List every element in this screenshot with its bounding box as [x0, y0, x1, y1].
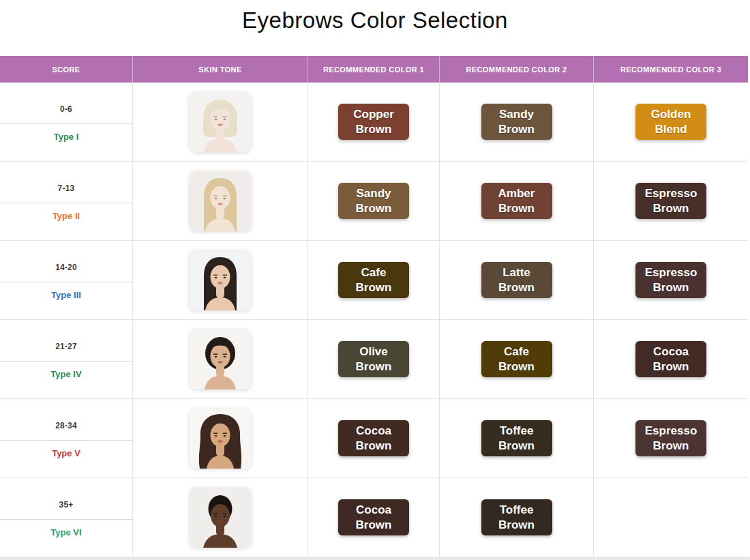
skin-tone-cell [133, 162, 308, 240]
score-cell: 14-20 Type III [0, 241, 133, 319]
table-row: 0-6 Type I Copper Brown Sandy Brown [0, 83, 748, 162]
skin-tone-photo [190, 488, 251, 548]
score-range: 0-6 [0, 83, 132, 124]
eyebrow-color-table: SCORE SKIN TONE RECOMMENDED COLOR 1 RECO… [0, 56, 748, 557]
face [211, 423, 230, 447]
eye [224, 276, 226, 278]
eye [224, 434, 226, 436]
skin-type-label: Type III [0, 282, 132, 319]
recommended-color-1-cell: Copper Brown [308, 83, 440, 161]
recommended-color-3-cell: Golden Blend [594, 83, 748, 161]
header-skin-tone: SKIN TONE [133, 56, 308, 83]
score-range: 7-13 [0, 162, 132, 203]
recommended-color-3-cell: Espresso Brown [594, 399, 748, 477]
color-swatch: Espresso Brown [635, 420, 706, 456]
eye [215, 434, 217, 436]
header-recommended-color-2: RECOMMENDED COLOR 2 [440, 56, 594, 83]
table-row: 28-34 Type V Cocoa Brown Toffee Brown [0, 399, 748, 478]
header-score: SCORE [0, 56, 133, 83]
skin-tone-cell [133, 399, 308, 477]
skin-tone-photo [190, 92, 251, 152]
lips [217, 282, 222, 284]
recommended-color-2-cell: Toffee Brown [440, 399, 594, 477]
eye [215, 197, 217, 198]
table-row: 35+ Type VI Cocoa Brown Toffee Brown [0, 478, 748, 557]
eyebrow [223, 513, 228, 514]
eye [224, 355, 226, 357]
eyebrow [213, 513, 218, 514]
lips [217, 203, 222, 205]
score-cell: 0-6 Type I [0, 83, 133, 161]
color-swatch: Toffee Brown [481, 420, 552, 456]
header-recommended-color-3: RECOMMENDED COLOR 3 [594, 56, 748, 83]
skin-tone-photo [190, 409, 251, 469]
recommended-color-1-cell: Olive Brown [308, 320, 440, 398]
eye [224, 118, 226, 119]
recommended-color-3-cell: Espresso Brown [594, 241, 748, 319]
recommended-color-2-cell: Amber Brown [440, 162, 594, 240]
eye [215, 355, 217, 357]
lips [217, 440, 222, 443]
recommended-color-2-cell: Sandy Brown [440, 83, 594, 161]
table-row: 14-20 Type III Cafe Brown Latte Brown [0, 241, 748, 320]
color-swatch: Latte Brown [481, 262, 552, 298]
skin-tone-cell [133, 320, 308, 398]
score-cell: 28-34 Type V [0, 399, 133, 477]
recommended-color-1-cell: Cafe Brown [308, 241, 440, 319]
score-range: 28-34 [0, 399, 132, 441]
recommended-color-2-cell: Cafe Brown [440, 320, 594, 398]
eyebrow [223, 195, 228, 196]
eye [224, 197, 226, 198]
score-range: 21-27 [0, 320, 132, 362]
color-swatch [635, 500, 706, 535]
recommended-color-2-cell: Toffee Brown [440, 478, 594, 557]
color-swatch: Toffee Brown [481, 499, 552, 535]
bottom-divider [0, 557, 750, 560]
eyebrow [223, 274, 228, 276]
score-cell: 7-13 Type II [0, 162, 133, 240]
color-swatch: Cocoa Brown [338, 499, 409, 535]
lips [217, 361, 222, 363]
eyebrow [223, 353, 228, 355]
face [211, 186, 230, 209]
header-recommended-color-1: RECOMMENDED COLOR 1 [308, 56, 440, 83]
skin-tone-cell [133, 478, 308, 557]
recommended-color-1-cell: Cocoa Brown [308, 478, 440, 557]
eyebrow [213, 353, 218, 355]
color-swatch: Olive Brown [338, 341, 409, 377]
eyebrow [213, 195, 218, 196]
color-swatch: Cafe Brown [481, 341, 552, 377]
lips [217, 123, 222, 126]
skin-tone-cell [133, 83, 308, 161]
color-swatch: Golden Blend [635, 104, 706, 140]
color-swatch: Sandy Brown [338, 183, 409, 219]
page-title: Eyebrows Color Selection [0, 5, 750, 35]
eye [224, 515, 226, 516]
skin-tone-photo [190, 250, 251, 310]
eyebrow [213, 432, 218, 434]
skin-type-label: Type VI [0, 520, 132, 557]
table-row: 7-13 Type II Sandy Brown Amber Brown [0, 162, 748, 241]
face [211, 344, 230, 368]
eye [215, 118, 217, 119]
skin-type-label: Type I [0, 124, 132, 161]
score-range: 14-20 [0, 241, 132, 282]
skin-type-label: Type V [0, 441, 132, 477]
skin-tone-photo [190, 329, 251, 389]
table-header-row: SCORE SKIN TONE RECOMMENDED COLOR 1 RECO… [0, 56, 748, 83]
recommended-color-3-cell [594, 478, 748, 557]
color-swatch: Amber Brown [481, 183, 552, 219]
recommended-color-3-cell: Espresso Brown [594, 162, 748, 240]
eye [215, 276, 217, 278]
color-swatch: Copper Brown [338, 104, 409, 140]
eyebrow [223, 116, 228, 117]
color-swatch: Cocoa Brown [338, 420, 409, 456]
score-cell: 21-27 Type IV [0, 320, 133, 398]
face [211, 504, 230, 527]
recommended-color-3-cell: Cocoa Brown [594, 320, 748, 398]
lips [217, 520, 223, 523]
recommended-color-1-cell: Cocoa Brown [308, 399, 440, 477]
table-row: 21-27 Type IV Olive Brown Cafe Brown [0, 320, 748, 399]
skin-tone-cell [133, 241, 308, 319]
eyebrow [223, 432, 228, 434]
